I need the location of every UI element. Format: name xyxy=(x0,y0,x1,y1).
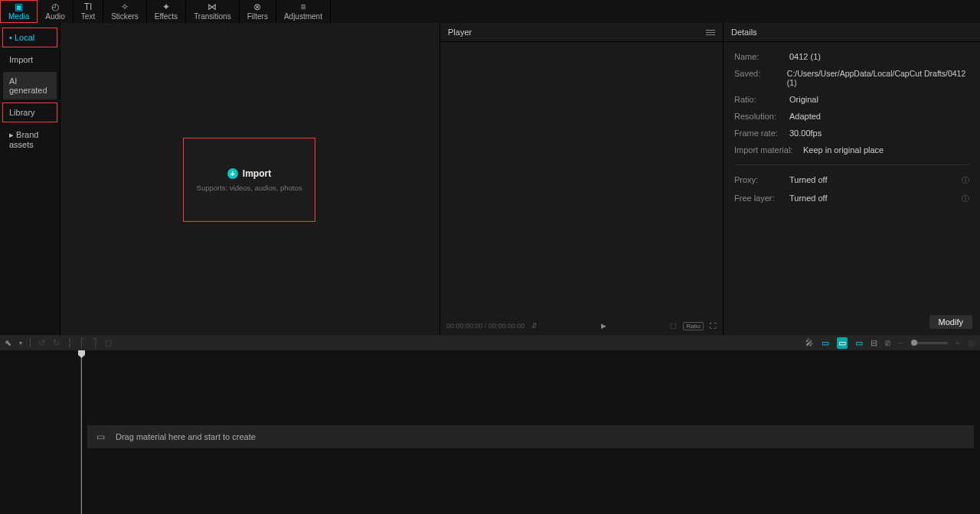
detail-value: 0412 (1) xyxy=(789,52,821,61)
fullscreen-icon[interactable]: ⛶ xyxy=(710,322,717,330)
tab-audio[interactable]: ◴ Audio xyxy=(38,0,74,23)
top-tabs: ▣ Media ◴ Audio TI Text ✧ Stickers ✦ Eff… xyxy=(0,0,980,23)
player-viewport[interactable] xyxy=(440,42,723,317)
play-icon[interactable]: ▶ xyxy=(601,322,606,330)
delete-right-icon[interactable]: ⎤ xyxy=(93,338,97,348)
fit-icon[interactable]: ◎ xyxy=(968,338,975,348)
hamburger-icon[interactable] xyxy=(706,30,715,35)
player-title: Player xyxy=(448,28,472,37)
sidebar-label: • Local xyxy=(9,33,34,42)
mic-icon[interactable]: 🎤︎ xyxy=(805,338,814,347)
tab-label: Audio xyxy=(45,12,65,21)
snapshot-icon[interactable]: ⬚ xyxy=(670,322,677,330)
drag-hint-bar[interactable]: ▭ Drag material here and start to create xyxy=(87,425,974,448)
detail-label: Saved: xyxy=(734,69,787,87)
tab-effects[interactable]: ✦ Effects xyxy=(147,0,186,23)
tab-label: Media xyxy=(8,12,29,21)
detail-value: Turned off xyxy=(789,175,828,186)
tab-label: Text xyxy=(81,12,95,21)
split-icon[interactable]: ╏ xyxy=(67,338,73,348)
main-area: • Local Import AI generated Library ▸ Br… xyxy=(0,23,980,335)
import-subtext: Supports: videos, audios, photos xyxy=(197,184,302,192)
timeline-gutter xyxy=(0,350,81,514)
undo-icon[interactable]: ↺ xyxy=(38,338,45,348)
tab-text[interactable]: TI Text xyxy=(74,0,103,23)
info-icon[interactable]: ⓘ xyxy=(962,175,969,186)
tab-label: Effects xyxy=(155,12,178,21)
tab-label: Filters xyxy=(247,12,268,21)
crop-icon[interactable]: ◻ xyxy=(105,338,112,348)
tab-label: Adjustment xyxy=(284,12,322,21)
player-panel: Player 00:00:00:00 / 00:00:00:00 ⇵ ▶ ⬚ R… xyxy=(440,23,724,335)
track-toggle-3-icon[interactable]: ▭ xyxy=(855,338,863,348)
zoom-in-icon[interactable]: + xyxy=(956,338,960,347)
media-panel: + Import Supports: videos, audios, photo… xyxy=(60,23,440,335)
timeline-tracks[interactable]: ▭ Drag material here and start to create xyxy=(81,350,980,514)
tab-adjustment[interactable]: ≡ Adjustment xyxy=(276,0,331,23)
magnet-icon[interactable]: ⊟ xyxy=(871,338,877,348)
effects-icon: ✦ xyxy=(162,2,170,11)
details-title: Details xyxy=(731,28,757,37)
detail-label: Import material: xyxy=(734,145,803,155)
playhead[interactable] xyxy=(81,350,82,514)
detail-value: Turned off xyxy=(789,194,828,204)
timeline-toolbar: ⬉ ▾ ↺ ↻ ╏ ⎡ ⎤ ◻ 🎤︎ ▭ ▭ ▭ ⊟ ⎚ − + ◎ xyxy=(0,335,980,350)
adjustment-icon: ≡ xyxy=(300,2,305,11)
redo-icon[interactable]: ↻ xyxy=(53,338,60,348)
details-body: Name: 0412 (1) Saved: C:/Users/User/AppD… xyxy=(724,42,980,311)
detail-label: Proxy: xyxy=(734,175,789,186)
detail-label: Name: xyxy=(734,52,789,61)
tab-stickers[interactable]: ✧ Stickers xyxy=(103,0,147,23)
tab-transitions[interactable]: ⋈ Transitions xyxy=(186,0,240,23)
sidebar-item-ai[interactable]: AI generated xyxy=(3,72,57,99)
text-icon: TI xyxy=(84,2,93,11)
player-header: Player xyxy=(440,23,723,42)
detail-value: Adapted xyxy=(789,112,821,121)
pointer-icon[interactable]: ⬉ xyxy=(5,338,11,348)
import-dropzone[interactable]: + Import Supports: videos, audios, photo… xyxy=(183,138,315,222)
sidebar-label: ▸ Brand assets xyxy=(9,130,38,149)
sidebar-item-library[interactable]: Library xyxy=(2,102,57,122)
sidebar-item-local[interactable]: • Local xyxy=(2,28,57,47)
detail-value: Keep in original place xyxy=(803,145,884,155)
detail-value: C:/Users/User/AppData/Local/CapCut Draft… xyxy=(787,69,969,87)
details-header: Details xyxy=(724,23,980,42)
transitions-icon: ⋈ xyxy=(207,2,217,11)
divider xyxy=(30,338,31,347)
detail-label: Ratio: xyxy=(734,95,789,104)
detail-label: Frame rate: xyxy=(734,128,789,138)
track-toggle-1-icon[interactable]: ▭ xyxy=(822,338,829,348)
tab-label: Transitions xyxy=(194,12,231,21)
modify-button[interactable]: Modify xyxy=(929,315,972,329)
sidebar-item-brand[interactable]: ▸ Brand assets xyxy=(0,124,60,155)
player-timecode: 00:00:00:00 / 00:00:00:00 xyxy=(446,322,525,330)
collapse-icon[interactable]: ⇵ xyxy=(531,322,537,330)
info-icon[interactable]: ⓘ xyxy=(962,194,969,204)
zoom-out-icon[interactable]: − xyxy=(898,338,903,347)
detail-row-saved: Saved: C:/Users/User/AppData/Local/CapCu… xyxy=(734,65,969,91)
drag-hint-text: Drag material here and start to create xyxy=(116,432,256,441)
sidebar-label: Library xyxy=(9,108,35,117)
ratio-badge[interactable]: Ratio xyxy=(683,322,704,330)
details-panel: Details Name: 0412 (1) Saved: C:/Users/U… xyxy=(724,23,980,335)
clip-icon: ▭ xyxy=(96,431,105,442)
sidebar-label: AI generated xyxy=(9,76,47,95)
preview-icon[interactable]: ⎚ xyxy=(885,338,890,347)
detail-row-ratio: Ratio: Original xyxy=(734,91,969,108)
sidebar-item-import[interactable]: Import xyxy=(0,49,60,70)
divider xyxy=(734,164,969,165)
timeline: ▭ Drag material here and start to create xyxy=(0,350,980,514)
chevron-down-icon[interactable]: ▾ xyxy=(19,340,22,346)
track-toggle-2-icon[interactable]: ▭ xyxy=(837,337,848,349)
tab-label: Stickers xyxy=(111,12,139,21)
player-controls: 00:00:00:00 / 00:00:00:00 ⇵ ▶ ⬚ Ratio ⛶ xyxy=(440,317,723,335)
tab-media[interactable]: ▣ Media xyxy=(0,0,38,23)
detail-value: Original xyxy=(789,95,818,104)
right-tool-group: 🎤︎ ▭ ▭ ▭ ⊟ ⎚ − + ◎ xyxy=(805,337,975,349)
delete-left-icon[interactable]: ⎡ xyxy=(80,338,85,348)
tab-filters[interactable]: ⊗ Filters xyxy=(240,0,276,23)
audio-icon: ◴ xyxy=(51,2,59,11)
zoom-slider[interactable] xyxy=(911,342,948,344)
media-sidebar: • Local Import AI generated Library ▸ Br… xyxy=(0,23,60,335)
detail-row-name: Name: 0412 (1) xyxy=(734,48,969,65)
